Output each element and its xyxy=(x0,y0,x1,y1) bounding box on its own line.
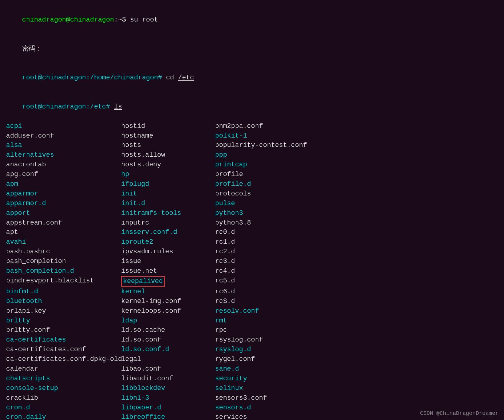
ls-col1-item: adduser.conf xyxy=(6,131,121,141)
ls-col2-item: init.d xyxy=(121,199,215,208)
ls-col2-item: ld.so.cache xyxy=(121,325,215,335)
ls-col1-item: bash.bashrc xyxy=(6,247,121,257)
ls-col1-item: cron.d xyxy=(6,403,121,413)
ls-output: acpihostidpnm2ppa.confadduser.confhostna… xyxy=(6,122,498,420)
ls-col3-item: rpc xyxy=(215,325,498,335)
ls-col1-item: cracklib xyxy=(6,393,121,403)
command-line-1: chinadragon@chinadragon:~$ su root xyxy=(6,5,498,35)
ls-col2-item: issue.net xyxy=(121,266,215,276)
ls-col3-item: rcS.d xyxy=(215,297,498,306)
ls-col2-item: libblockdev xyxy=(121,384,215,393)
ls-col1-item: appstream.conf xyxy=(6,218,121,228)
ls-col1-item: ca-certificates xyxy=(6,335,121,345)
ls-col1-item: apparmor xyxy=(6,189,121,199)
ls-col3-item: sane.d xyxy=(215,364,498,374)
ls-col2-item: libaudit.conf xyxy=(121,374,215,384)
ls-col3-item: rmt xyxy=(215,316,498,326)
ls-col2-item: iproute2 xyxy=(121,237,215,247)
ls-col1-item: apport xyxy=(6,208,121,218)
ls-col2-item: hp xyxy=(121,170,215,179)
ls-col3-item: rc0.d xyxy=(215,228,498,237)
ls-col3-item: security xyxy=(215,374,498,384)
ls-col2-item: hostname xyxy=(121,131,215,141)
ls-col1-item: acpi xyxy=(6,122,121,131)
ls-col2-item: hosts.deny xyxy=(121,160,215,170)
ls-col1-item: apparmor.d xyxy=(6,199,121,208)
keepalived-boxed: keepalived xyxy=(121,276,165,287)
ls-col3-item: python3 xyxy=(215,208,498,218)
command-line-cd: root@chinadragon:/home/chinadragon# cd /… xyxy=(6,63,498,92)
ls-col3-item: polkit-1 xyxy=(215,131,498,141)
ls-col1-item: calendar xyxy=(6,364,121,374)
ls-col1-item: alternatives xyxy=(6,150,121,160)
ls-col1-item: bluetooth xyxy=(6,297,121,306)
ls-underline: ls xyxy=(114,103,122,111)
ls-col2-item: initramfs-tools xyxy=(121,208,215,218)
cd-cmd: cd xyxy=(162,74,178,82)
prompt-tilde: ~ xyxy=(118,16,122,24)
ls-col3-item: pulse xyxy=(215,199,498,208)
prompt-user: chinadragon@chinadragon xyxy=(22,16,114,24)
ls-col1-item: avahi xyxy=(6,237,121,247)
ls-col3-item: rsyslog.conf xyxy=(215,335,498,345)
watermark: CSDN @ChinaDragonDreamer xyxy=(420,410,499,416)
ls-col1-item: alsa xyxy=(6,141,121,150)
command-line-ls: root@chinadragon:/etc# ls xyxy=(6,92,498,122)
ls-col3-item: rc6.d xyxy=(215,287,498,297)
ls-col2-item: ldap xyxy=(121,316,215,326)
ls-col1-item: brltty xyxy=(6,316,121,326)
ls-col1-item: cron.daily xyxy=(6,412,121,420)
ls-col1-item: apg.conf xyxy=(6,170,121,179)
ls-col2-item: inputrc xyxy=(121,218,215,228)
ls-col1-item: ca-certificates.conf.dpkg-old xyxy=(6,355,121,364)
ls-col2-item: libnl-3 xyxy=(121,393,215,403)
ls-col1-item: bindresvport.blacklist xyxy=(6,276,121,287)
ls-col2-item: init xyxy=(121,189,215,199)
ls-col2-item: ifplugd xyxy=(121,179,215,189)
ls-col2-item: hosts xyxy=(121,141,215,150)
ls-col3-item: rc3.d xyxy=(215,257,498,266)
ls-col2-item: kernel-img.conf xyxy=(121,297,215,306)
cd-path: /etc xyxy=(178,74,194,82)
ls-col1-item: brlapi.key xyxy=(6,306,121,316)
root-prompt: root@chinadragon:/home/chinadragon# xyxy=(22,74,162,82)
ls-col2-item: hosts.allow xyxy=(121,150,215,160)
ls-col2-item: ld.so.conf.d xyxy=(121,345,215,355)
ls-col1-item: brltty.conf xyxy=(6,325,121,335)
terminal: chinadragon@chinadragon:~$ su root 密码： r… xyxy=(6,5,498,420)
ls-col3-item: rc2.d xyxy=(215,247,498,257)
ls-col3-item: profile.d xyxy=(215,179,498,189)
ls-col2-item: libpaper.d xyxy=(121,403,215,413)
ls-col3-item: selinux xyxy=(215,384,498,393)
ls-col3-item: popularity-contest.conf xyxy=(215,141,498,150)
ls-col1-item: chatscripts xyxy=(6,374,121,384)
ls-col1-item: console-setup xyxy=(6,384,121,393)
ls-col2-item: ld.so.conf xyxy=(121,335,215,345)
ls-col3-item: resolv.conf xyxy=(215,306,498,316)
ls-col2-item: kerneloops.conf xyxy=(121,306,215,316)
prompt-dollar: $ su root xyxy=(122,16,158,24)
ls-col2-item: libreoffice xyxy=(121,412,215,420)
ls-cmd xyxy=(110,103,114,111)
ls-col3-item: protocols xyxy=(215,189,498,199)
ls-col3-item: rsyslog.d xyxy=(215,345,498,355)
prompt-separator: : xyxy=(114,16,118,24)
ls-col2-item: issue xyxy=(121,257,215,266)
ls-col2-item: legal xyxy=(121,355,215,364)
ls-col3-item: rc4.d xyxy=(215,266,498,276)
password-prompt: 密码： xyxy=(6,35,498,64)
etc-prompt: root@chinadragon:/etc# xyxy=(22,103,110,111)
ls-col1-item: bash_completion xyxy=(6,257,121,266)
ls-col3-item: rygel.conf xyxy=(215,355,498,364)
ls-col2-item: keepalived xyxy=(121,276,215,287)
ls-col2-item: hostid xyxy=(121,122,215,131)
ls-col2-item: ipvsadm.rules xyxy=(121,247,215,257)
ls-col3-item: profile xyxy=(215,170,498,179)
ls-col1-item: apm xyxy=(6,179,121,189)
ls-col3-item: sensors3.conf xyxy=(215,393,498,403)
ls-col3-item: rc1.d xyxy=(215,237,498,247)
password-label: 密码： xyxy=(22,45,42,53)
ls-col2-item: kernel xyxy=(121,287,215,297)
ls-col1-item: binfmt.d xyxy=(6,287,121,297)
ls-col2-item: libao.conf xyxy=(121,364,215,374)
